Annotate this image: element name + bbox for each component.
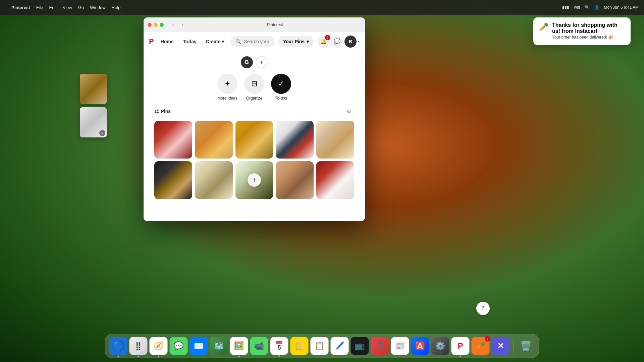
filter-button[interactable]: ⚙ [343, 106, 354, 117]
todos-button[interactable]: ✓ To-dos [271, 74, 291, 101]
pin-item-6[interactable] [154, 161, 192, 199]
menu-edit[interactable]: Edit [49, 5, 57, 10]
datetime: Mon Jun 5 9:41 AM [604, 5, 639, 10]
notification-message: Your order has been delivered! 🎉 [552, 34, 625, 40]
todos-label: To-dos [275, 96, 287, 101]
pins-count: 15 Pins [154, 109, 171, 114]
organize-button[interactable]: ⊟ Organize [244, 74, 264, 101]
nav-buttons: ‹ › [169, 21, 186, 29]
dock-item-launchpad[interactable]: ⣿ [129, 337, 148, 355]
app-menu-pinterest[interactable]: Pinterest [11, 5, 30, 10]
nav-today[interactable]: Today [180, 37, 199, 46]
dock-item-notes[interactable]: 📒 [290, 337, 309, 355]
browser-window: ‹ › Pinterest P Home Today Create ▾ 🔍 Yo… [144, 17, 365, 221]
dock-item-reminders[interactable]: 📋 [311, 337, 329, 355]
dock-item-safari[interactable]: 🧭 [150, 337, 168, 355]
thumb-panel-1-content [80, 74, 107, 104]
thumb-panel-1[interactable] [80, 74, 107, 104]
forward-button[interactable]: › [178, 21, 186, 29]
help-button[interactable]: ? [476, 302, 490, 315]
notification-icon: 🥕 [539, 22, 549, 32]
browser-chrome: ‹ › Pinterest [144, 17, 365, 32]
pin-item-10[interactable] [316, 161, 354, 199]
nav-icons: 🔔 7 💬 B ▾ [318, 36, 360, 48]
url-bar[interactable]: Pinterest [267, 22, 283, 27]
search-bar[interactable]: 🔍 [231, 36, 274, 47]
minimize-button[interactable] [154, 23, 158, 27]
menu-go[interactable]: Go [78, 5, 84, 10]
instacart-notification[interactable]: 🥕 Thanks for shopping with us! from Inst… [533, 17, 631, 45]
dock-item-appstore[interactable]: 🅰️ [411, 337, 429, 355]
wifi-icon[interactable]: wifi [574, 5, 580, 10]
nav-home[interactable]: Home [158, 37, 176, 46]
dock: 🔵 ⣿ 🧭 💬 ✉️ 🗺️ 🖼️ 📹 JUN 5 📒 📋 🖊️ [105, 334, 539, 358]
dock-item-appletv[interactable]: 📺 [351, 337, 369, 355]
dock-item-news[interactable]: 📰 [391, 337, 409, 355]
notification-badge: 7 [325, 35, 330, 40]
dock-item-facetime[interactable]: 📹 [250, 337, 268, 355]
close-button[interactable] [148, 23, 152, 27]
pinterest-navbar: P Home Today Create ▾ 🔍 Your Pins ▾ 🔔 7 … [144, 32, 365, 51]
add-board-button[interactable]: + [256, 56, 268, 68]
todos-icon: ✓ [271, 74, 291, 94]
menu-view[interactable]: View [63, 5, 72, 10]
search-icon: 🔍 [235, 39, 241, 44]
user-icon[interactable]: 👤 [594, 5, 599, 10]
dock-item-messages[interactable]: 💬 [170, 337, 188, 355]
messages-button[interactable]: 💬 [331, 36, 343, 48]
pin-item-5[interactable] [316, 121, 354, 159]
dock-item-mail[interactable]: ✉️ [190, 337, 208, 355]
dock-item-finder[interactable]: 🔵 [109, 337, 127, 355]
board-section: B + ✦ More ideas ⊟ Organize ✓ To-dos 15 … [144, 51, 365, 204]
dock-item-freeform[interactable]: 🖊️ [331, 337, 349, 355]
more-ideas-label: More ideas [217, 96, 237, 101]
dock-item-music[interactable]: 🎵 [371, 337, 389, 355]
pin-item-3[interactable] [235, 121, 273, 159]
your-pins-button[interactable]: Your Pins ▾ [278, 36, 314, 47]
organize-icon: ⊟ [244, 74, 264, 94]
menu-help[interactable]: Help [112, 5, 121, 10]
dock-item-maps[interactable]: 🗺️ [210, 337, 228, 355]
dock-item-systemprefs[interactable]: ⚙️ [431, 337, 449, 355]
menu-window[interactable]: Window [90, 5, 105, 10]
menu-file[interactable]: File [36, 5, 43, 10]
dock-item-calendar[interactable]: JUN 5 [270, 337, 288, 355]
back-button[interactable]: ‹ [169, 21, 177, 29]
organize-label: Organize [246, 96, 263, 101]
search-input[interactable] [244, 39, 269, 44]
dock-item-pinterest[interactable]: P [451, 337, 470, 355]
pin-item-1[interactable] [154, 121, 192, 159]
dropdown-arrow[interactable]: ▾ [358, 40, 360, 43]
window-previews: ✕ [80, 74, 107, 137]
pin-add-button[interactable]: + [248, 173, 261, 187]
pin-item-4[interactable] [276, 121, 314, 159]
notification-title: Thanks for shopping with us! from Instac… [552, 22, 625, 34]
notification-content: Thanks for shopping with us! from Instac… [552, 22, 625, 40]
traffic-lights [148, 23, 164, 27]
dock-item-instacart[interactable]: 🥕 7 [472, 337, 490, 355]
nav-create[interactable]: Create ▾ [203, 37, 227, 46]
dock-item-other[interactable]: ✕ [492, 337, 510, 355]
pin-item-7[interactable] [195, 161, 233, 199]
notifications-button[interactable]: 🔔 7 [318, 36, 330, 48]
board-avatar[interactable]: B [241, 56, 253, 68]
pinterest-logo[interactable]: P [149, 37, 154, 46]
pin-item-8[interactable]: + [235, 161, 273, 199]
battery-icon: ▮▮▮ [562, 5, 569, 10]
dock-item-photos[interactable]: 🖼️ [230, 337, 248, 355]
pin-item-2[interactable] [195, 121, 233, 159]
thumb-panel-2[interactable]: ✕ [80, 107, 107, 137]
fullscreen-button[interactable] [160, 23, 164, 27]
pin-item-9[interactable] [276, 161, 314, 199]
pin-grid: + [154, 121, 354, 199]
pins-header: 15 Pins ⚙ [154, 106, 354, 117]
more-ideas-button[interactable]: ✦ More ideas [217, 74, 237, 101]
board-header: B + [241, 56, 268, 68]
menubar: Pinterest File Edit View Go Window Help … [0, 0, 644, 15]
dock-item-trash[interactable]: 🗑️ [517, 337, 535, 355]
pin-add-overlay: + [235, 161, 273, 199]
spotlight-icon[interactable]: 🔍 [585, 5, 590, 10]
thumb-close-icon[interactable]: ✕ [99, 130, 105, 136]
avatar-button[interactable]: B [344, 36, 357, 48]
url-bar-container: Pinterest [189, 22, 361, 27]
